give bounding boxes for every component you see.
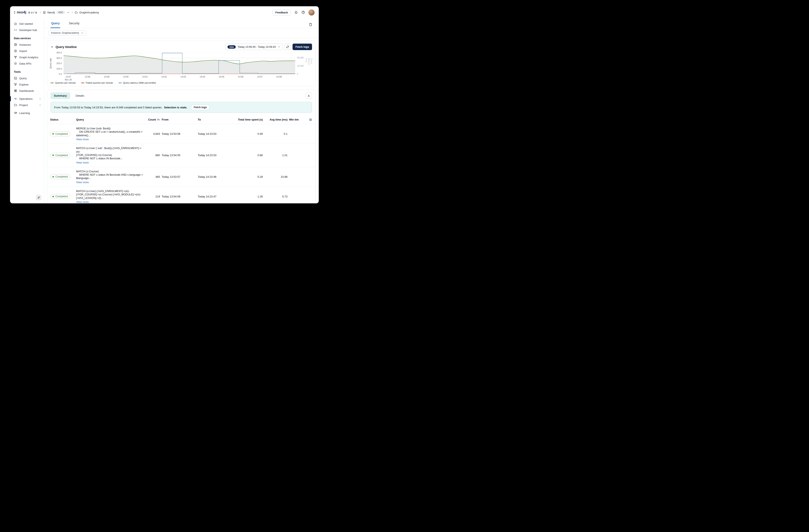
status-dot-icon: [52, 155, 54, 156]
x-axis-tick: 13:58: [85, 75, 90, 78]
pin-icon: [37, 196, 40, 199]
brand-name: neo4j: [17, 10, 26, 15]
column-settings-button[interactable]: [309, 118, 312, 121]
from-cell: Today 13:54:06: [162, 195, 198, 198]
help-button[interactable]: [301, 11, 305, 14]
banner-text: From Today 13:53:53 to Today 14:23:53, t…: [54, 106, 187, 109]
avatar[interactable]: [308, 10, 314, 16]
fetch-logs-button[interactable]: Fetch logs: [293, 43, 312, 50]
x-axis-date-label: Nov 26: [65, 78, 72, 81]
feedback-button[interactable]: Feedback: [272, 10, 291, 16]
to-cell: Today 14:23:53: [198, 132, 233, 136]
chart-plot: [64, 53, 295, 74]
legend-swatch-icon: [51, 83, 54, 83]
legend-label: Failed queries per minute: [86, 82, 113, 84]
status-badge: Completed: [50, 174, 70, 179]
tab-query[interactable]: Query: [51, 18, 60, 28]
sidebar-item-operations[interactable]: Operations: [10, 95, 44, 102]
project-name: GraphAcademy: [79, 11, 99, 14]
count-cell: 485: [145, 175, 162, 178]
columns-icon: [309, 118, 312, 121]
explore-icon: [14, 83, 17, 86]
instance-selector-label: Instance: Graphacademy: [51, 32, 79, 34]
notifications-button[interactable]: [294, 11, 298, 14]
chart-legend: Queries per minuteFailed queries per min…: [49, 81, 313, 85]
view-more-link[interactable]: View more: [76, 181, 89, 184]
y-right-tick: 20,000: [297, 56, 304, 59]
sidebar: Get started Developer hub Data services …: [10, 18, 44, 203]
status-dot-icon: [52, 176, 54, 178]
breadcrumb-project[interactable]: GraphAcademy: [75, 11, 99, 14]
table-body: Completed MERGE (u:User {sub: $sub}) ON …: [47, 124, 315, 203]
sidebar-item-dashboards[interactable]: Dashboards: [10, 88, 44, 94]
breadcrumb-org[interactable]: Neo4j VDC: [43, 11, 70, 14]
time-range-selector[interactable]: 11m Today 13:56:45 - Today 14:08:43: [225, 43, 283, 50]
logo-dots-icon: [14, 11, 16, 14]
column-count[interactable]: Count: [145, 118, 162, 121]
x-axis-tick: 13:59: [104, 75, 109, 78]
column-from[interactable]: From: [162, 118, 198, 121]
sidebar-item-instances[interactable]: Instances: [10, 41, 44, 48]
page-tabs: QuerySecurity: [44, 18, 319, 28]
sidebar-item-import[interactable]: Import: [10, 48, 44, 54]
sidebar-item-explore[interactable]: Explore: [10, 81, 44, 88]
x-axis-tick: 14:03: [180, 75, 186, 78]
view-more-link[interactable]: View more: [76, 161, 89, 164]
page-content: Query timeline 11m Today 13:56:45 - Toda…: [44, 38, 319, 203]
query-text: MERGE (u:User {sub: $sub}) ON CREATE SET…: [76, 127, 145, 137]
status-badge: Completed: [50, 153, 70, 158]
sidebar-item-query[interactable]: Query: [10, 75, 44, 81]
sidebar-item-learning[interactable]: Learning: [10, 110, 44, 116]
x-axis: 13:57Nov 2613:5813:5914:0014:0114:0214:0…: [64, 74, 295, 81]
sidebar-item-data-apis[interactable]: Data APIs: [10, 60, 44, 67]
x-axis-tick: 14:05: [219, 75, 224, 78]
column-query[interactable]: Query: [76, 118, 145, 121]
docs-button[interactable]: [309, 23, 312, 26]
column-total-time[interactable]: Total time spent (s): [233, 118, 264, 121]
x-axis-tick: 14:01: [142, 75, 148, 78]
sidebar-section-heading: Tools: [10, 68, 44, 75]
chevron-down-icon[interactable]: [67, 11, 70, 14]
breadcrumb-separator: /: [40, 11, 41, 14]
view-more-link[interactable]: View more: [76, 138, 89, 141]
query-log-card: SummaryDetails From Today 13:53:53 to To…: [47, 90, 315, 203]
sidebar-item-project[interactable]: Project: [10, 102, 44, 108]
legend-item-queries-per-minute: Queries per minute: [51, 82, 76, 84]
from-cell: Today 13:54:05: [162, 154, 198, 157]
sidebar-item-developer-hub[interactable]: Developer hub: [10, 27, 44, 33]
document-icon: [309, 23, 312, 26]
column-to[interactable]: To: [198, 118, 233, 121]
tab-security[interactable]: Security: [68, 18, 80, 28]
tab-details[interactable]: Details: [72, 92, 88, 99]
y-right-tick: 10,000: [297, 65, 304, 67]
chart-svg: [64, 53, 295, 74]
legend-label: Queries per minute: [55, 82, 76, 84]
status-dot-icon: [52, 133, 54, 135]
tab-summary[interactable]: Summary: [51, 92, 70, 99]
sidebar-section-heading: Data services: [10, 35, 44, 41]
y-left-tick: 100.0: [56, 68, 62, 70]
building-icon: [43, 11, 46, 14]
refresh-button[interactable]: [285, 43, 291, 50]
download-button[interactable]: [306, 92, 312, 99]
legend-item-failed-queries-per-minute: Failed queries per minute: [81, 82, 113, 84]
folder-icon: [75, 11, 78, 14]
sidebar-item-get-started[interactable]: Get started: [10, 20, 44, 27]
collapse-timeline-button[interactable]: [51, 45, 54, 49]
column-min-time[interactable]: Min tim: [289, 118, 305, 121]
banner-fetch-logs-button[interactable]: Fetch logs: [191, 105, 210, 110]
x-axis-tick: 14:06: [238, 75, 243, 78]
instance-selector[interactable]: Instance: Graphacademy: [49, 30, 86, 36]
table-row: Completed MERGE (u:User {sub: $sub}) ON …: [47, 124, 315, 144]
refresh-icon: [286, 45, 289, 49]
neo4j-aura-logo[interactable]: neo4j aura: [14, 10, 38, 15]
pin-sidebar-button[interactable]: [36, 195, 41, 200]
sidebar-item-graph-analytics[interactable]: Graph Analytics: [10, 54, 44, 60]
column-avg-time[interactable]: Avg time (ms): [264, 118, 289, 121]
view-more-link[interactable]: View more: [76, 200, 89, 203]
column-status[interactable]: Status: [50, 118, 76, 121]
y-left-tick: 400.0: [56, 51, 62, 54]
status-label: Completed: [55, 154, 68, 157]
dashboards-icon: [14, 89, 17, 92]
from-cell: Today 13:53:56: [162, 132, 198, 136]
